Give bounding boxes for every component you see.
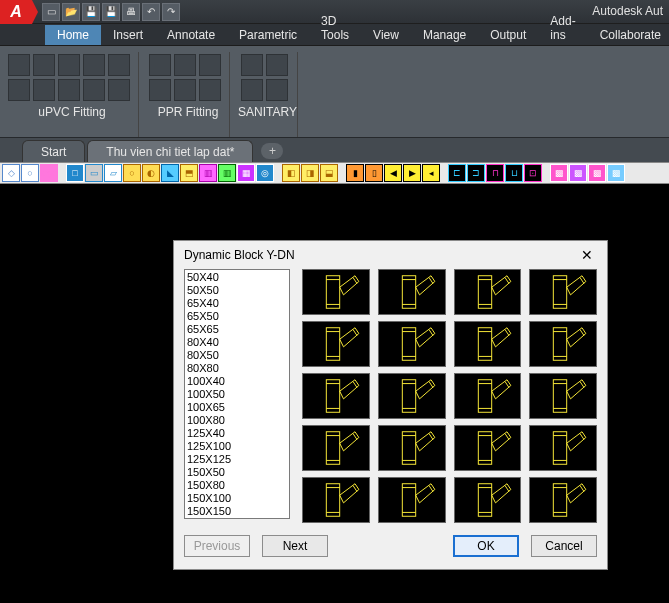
tool-icon[interactable]: ◐ <box>142 164 160 182</box>
block-thumbnail[interactable] <box>529 425 597 471</box>
tool-icon[interactable]: ▥ <box>199 164 217 182</box>
list-item[interactable]: 80X40 <box>187 336 287 349</box>
ribbon-tool[interactable] <box>199 54 221 76</box>
undo-button[interactable]: ↶ <box>142 3 160 21</box>
ribbon-tool[interactable] <box>174 79 196 101</box>
open-button[interactable]: 📂 <box>62 3 80 21</box>
document-tab[interactable]: Thu vien chi tiet lap dat* <box>87 140 253 162</box>
list-item[interactable]: 150X50 <box>187 466 287 479</box>
ribbon-tool[interactable] <box>266 54 288 76</box>
block-thumbnail[interactable] <box>529 373 597 419</box>
ribbon-tool[interactable] <box>83 79 105 101</box>
tool-icon[interactable]: ◨ <box>301 164 319 182</box>
tool-icon[interactable]: ▦ <box>237 164 255 182</box>
saveas-button[interactable]: 💾 <box>102 3 120 21</box>
list-item[interactable]: 100X40 <box>187 375 287 388</box>
block-thumbnail[interactable] <box>302 321 370 367</box>
ribbon-tool[interactable] <box>58 79 80 101</box>
ribbon-tab-manage[interactable]: Manage <box>411 25 478 45</box>
list-item[interactable]: 65X40 <box>187 297 287 310</box>
ribbon-tool[interactable] <box>241 79 263 101</box>
ribbon-tool[interactable] <box>149 54 171 76</box>
block-thumbnail[interactable] <box>302 425 370 471</box>
ribbon-tab-view[interactable]: View <box>361 25 411 45</box>
ribbon-tab-annotate[interactable]: Annotate <box>155 25 227 45</box>
list-item[interactable]: 100X80 <box>187 414 287 427</box>
tool-icon[interactable]: ▱ <box>104 164 122 182</box>
tool-icon[interactable]: ⊔ <box>505 164 523 182</box>
redo-button[interactable]: ↷ <box>162 3 180 21</box>
add-tab-button[interactable]: + <box>261 143 283 159</box>
tool-icon[interactable]: ▯ <box>365 164 383 182</box>
tool-icon[interactable]: ◎ <box>256 164 274 182</box>
block-thumbnail[interactable] <box>378 477 446 523</box>
ribbon-tool[interactable] <box>149 79 171 101</box>
list-item[interactable]: 150X100 <box>187 492 287 505</box>
tool-icon[interactable]: ⊏ <box>448 164 466 182</box>
block-thumbnail[interactable] <box>302 269 370 315</box>
tool-icon[interactable]: ▥ <box>218 164 236 182</box>
dialog-titlebar[interactable]: Dynamic Block Y-DN ✕ <box>174 241 607 269</box>
block-thumbnail[interactable] <box>529 269 597 315</box>
tool-icon[interactable]: ▩ <box>550 164 568 182</box>
ribbon-tab-insert[interactable]: Insert <box>101 25 155 45</box>
block-thumbnail[interactable] <box>454 269 522 315</box>
block-thumbnail[interactable] <box>454 373 522 419</box>
tool-icon[interactable]: ◧ <box>282 164 300 182</box>
list-item[interactable]: 100X50 <box>187 388 287 401</box>
ribbon-tool[interactable] <box>58 54 80 76</box>
document-tab[interactable]: Start <box>22 140 85 162</box>
block-thumbnail[interactable] <box>302 477 370 523</box>
tool-icon[interactable]: ⬓ <box>320 164 338 182</box>
ribbon-tool[interactable] <box>83 54 105 76</box>
tool-icon[interactable]: ⊐ <box>467 164 485 182</box>
save-button[interactable]: 💾 <box>82 3 100 21</box>
tool-icon[interactable]: ○ <box>123 164 141 182</box>
ribbon-tab-3d-tools[interactable]: 3D Tools <box>309 11 361 45</box>
tool-icon[interactable]: ▮ <box>346 164 364 182</box>
previous-button[interactable]: Previous <box>184 535 250 557</box>
list-item[interactable]: 150X80 <box>187 479 287 492</box>
block-thumbnail[interactable] <box>302 373 370 419</box>
tool-icon[interactable]: ⊡ <box>524 164 542 182</box>
list-item[interactable]: 125X125 <box>187 453 287 466</box>
tool-icon[interactable]: ▩ <box>569 164 587 182</box>
ribbon-tool[interactable] <box>8 54 30 76</box>
ribbon-tab-collaborate[interactable]: Collaborate <box>588 25 669 45</box>
plot-button[interactable]: 🖶 <box>122 3 140 21</box>
list-item[interactable]: 65X65 <box>187 323 287 336</box>
list-item[interactable]: 80X80 <box>187 362 287 375</box>
tool-icon[interactable]: ○ <box>21 164 39 182</box>
ribbon-tool[interactable] <box>199 79 221 101</box>
block-thumbnail[interactable] <box>378 269 446 315</box>
list-item[interactable]: 150X150 <box>187 505 287 518</box>
tool-icon[interactable]: ◂ <box>422 164 440 182</box>
tool-icon[interactable]: ⬒ <box>180 164 198 182</box>
tool-icon[interactable]: logo <box>40 164 58 182</box>
ribbon-tab-add-ins[interactable]: Add-ins <box>538 11 587 45</box>
ribbon-tab-output[interactable]: Output <box>478 25 538 45</box>
app-menu-button[interactable]: A <box>0 0 32 24</box>
tool-icon[interactable]: ▶ <box>403 164 421 182</box>
ribbon-tab-parametric[interactable]: Parametric <box>227 25 309 45</box>
block-thumbnail[interactable] <box>378 321 446 367</box>
list-item[interactable]: 100X65 <box>187 401 287 414</box>
block-thumbnail[interactable] <box>378 373 446 419</box>
tool-icon[interactable]: ◀ <box>384 164 402 182</box>
ok-button[interactable]: OK <box>453 535 519 557</box>
block-thumbnail[interactable] <box>454 477 522 523</box>
tool-icon[interactable]: ◇ <box>2 164 20 182</box>
list-item[interactable]: 125X40 <box>187 427 287 440</box>
ribbon-tool[interactable] <box>8 79 30 101</box>
list-item[interactable]: 125X100 <box>187 440 287 453</box>
ribbon-tool[interactable] <box>33 79 55 101</box>
size-listbox[interactable]: 50X4050X5065X4065X5065X6580X4080X5080X80… <box>184 269 290 519</box>
ribbon-tool[interactable] <box>108 79 130 101</box>
tool-icon[interactable]: ▭ <box>85 164 103 182</box>
list-item[interactable]: 50X40 <box>187 271 287 284</box>
ribbon-tool[interactable] <box>174 54 196 76</box>
tool-icon[interactable]: ▩ <box>607 164 625 182</box>
tool-icon[interactable]: ▩ <box>588 164 606 182</box>
list-item[interactable]: 50X50 <box>187 284 287 297</box>
list-item[interactable]: 80X50 <box>187 349 287 362</box>
